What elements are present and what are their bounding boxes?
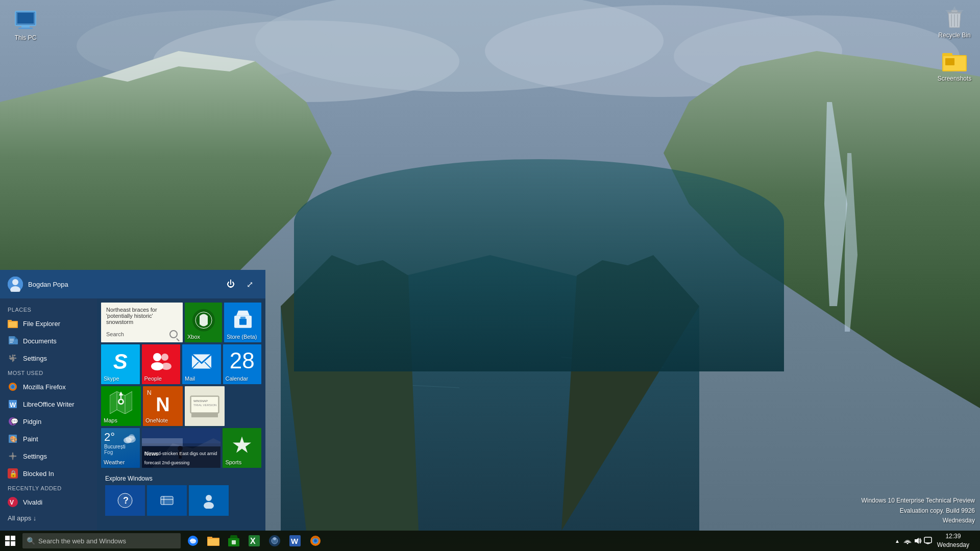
tiles-row-2: S Skype People	[101, 344, 261, 384]
menu-item-firefox[interactable]: Mozilla Firefox	[0, 378, 97, 395]
menu-item-file-explorer[interactable]: File Explorer	[0, 315, 97, 332]
settings2-icon	[8, 451, 18, 461]
menu-item-libreoffice[interactable]: W LibreOffice Writer	[0, 395, 97, 413]
expand-button[interactable]: ⤢	[241, 276, 258, 292]
clock-time: 12:39	[945, 532, 961, 541]
taskbar-app-steam[interactable]	[264, 531, 285, 551]
svg-rect-106	[232, 540, 236, 544]
menu-item-paint[interactable]: 🎨 Paint	[0, 430, 97, 447]
news-image-area: Blizzard-stricken East digs out amid for…	[142, 428, 221, 468]
explore-tiles: ?	[105, 485, 257, 516]
tiles-row-3: Maps N N OneNote W	[101, 386, 261, 426]
search-bar[interactable]: 🔍 Search the web and Windows	[22, 533, 181, 548]
menu-item-blockedin[interactable]: 🔒 Blocked In	[0, 465, 97, 482]
show-desktop-button[interactable]	[973, 531, 976, 551]
svg-point-117	[906, 543, 908, 544]
this-pc-label: This PC	[15, 34, 37, 41]
explore-tile-2[interactable]	[147, 485, 187, 516]
desktop: This PC Recycle Bin Screenshots	[0, 0, 980, 551]
svg-marker-118	[915, 538, 919, 544]
svg-rect-78	[191, 413, 218, 417]
calendar-label: Calendar	[226, 375, 259, 382]
svg-point-111	[273, 537, 276, 540]
svg-rect-59	[240, 317, 246, 319]
svg-rect-100	[11, 541, 15, 546]
people-logo	[150, 352, 172, 372]
clock[interactable]: 12:39 Wednesday	[933, 531, 973, 551]
svg-text:🔒: 🔒	[9, 469, 18, 478]
svg-text:WINSNAP: WINSNAP	[193, 399, 208, 403]
tiles-row-4: 2° București Fog Weather	[101, 428, 261, 468]
menu-item-vivaldi[interactable]: V Vivaldi	[0, 493, 97, 511]
maps-logo	[110, 391, 132, 416]
menu-item-documents[interactable]: Documents	[0, 332, 97, 349]
start-button[interactable]	[0, 531, 20, 551]
taskbar-app-firefox[interactable]	[305, 531, 326, 551]
desktop-icon-this-pc[interactable]: This PC	[3, 5, 48, 44]
tray-action-center[interactable]	[923, 531, 933, 551]
tile-sports[interactable]: Sports	[223, 428, 261, 468]
menu-item-settings[interactable]: Settings	[0, 349, 97, 367]
explore-tile-1[interactable]: ?	[105, 485, 145, 516]
taskbar-app-file-explorer[interactable]	[203, 531, 224, 551]
file-explorer-label: File Explorer	[23, 320, 60, 328]
clock-day: Wednesday	[937, 541, 969, 549]
tile-weather[interactable]: 2° București Fog Weather	[101, 428, 140, 468]
mail-logo	[191, 354, 212, 371]
header-buttons: ⏻ ⤢	[223, 276, 258, 292]
tile-skype[interactable]: S Skype	[101, 344, 140, 384]
taskbar-app-excel[interactable]: X	[244, 531, 264, 551]
explore-tile-3[interactable]	[189, 485, 229, 516]
svg-rect-119	[924, 537, 932, 543]
tile-maps[interactable]: Maps	[101, 386, 141, 426]
tile-search[interactable]: Northeast braces for 'potentially histor…	[101, 303, 183, 342]
tile-onenote[interactable]: N N OneNote	[143, 386, 183, 426]
user-area[interactable]: Bogdan Popa	[8, 277, 68, 292]
svg-text:X: X	[250, 537, 256, 545]
svg-text:?: ?	[123, 495, 129, 506]
pidgin-icon: 💬	[8, 416, 18, 427]
svg-point-62	[161, 354, 168, 361]
taskbar-app-word[interactable]: W	[285, 531, 305, 551]
tile-news[interactable]: Blizzard-stricken East digs out amid for…	[142, 428, 221, 468]
tile-store[interactable]: Store (Beta)	[224, 303, 261, 342]
firefox-label: Mozilla Firefox	[23, 383, 66, 391]
tile-people[interactable]: People	[142, 344, 181, 384]
svg-rect-98	[11, 536, 15, 540]
weather-condition: Fog	[104, 449, 126, 455]
watermark-line3: Wednesday	[861, 516, 975, 525]
tile-winsnap[interactable]: WINSNAP TRIAL VERSION	[185, 386, 225, 426]
tile-mail[interactable]: Mail	[182, 344, 221, 384]
svg-rect-35	[8, 320, 12, 322]
systray: ▲	[892, 531, 980, 551]
tray-chevron[interactable]: ▲	[892, 531, 902, 551]
mail-label: Mail	[185, 375, 218, 382]
onenote-label: OneNote	[145, 417, 180, 423]
svg-rect-92	[161, 496, 173, 505]
taskbar-app-edge[interactable]	[183, 531, 203, 551]
xbox-label: Xbox	[187, 334, 219, 340]
firefox-icon	[8, 382, 18, 392]
menu-item-settings2[interactable]: Settings	[0, 447, 97, 465]
taskbar-app-store[interactable]	[224, 531, 244, 551]
svg-rect-37	[9, 336, 15, 344]
tile-calendar[interactable]: 28 Calendar	[223, 344, 262, 384]
svg-text:V: V	[10, 499, 14, 506]
tile-xbox[interactable]: Xbox	[185, 303, 222, 342]
all-apps-button[interactable]: All apps ↓	[0, 511, 97, 525]
svg-point-116	[314, 539, 317, 542]
desktop-icon-screenshots[interactable]: Screenshots	[932, 46, 977, 85]
recycle-bin-label: Recycle Bin	[938, 32, 970, 39]
desktop-icon-recycle-bin[interactable]: Recycle Bin	[932, 3, 977, 41]
winsnap-content: WINSNAP TRIAL VERSION	[185, 386, 225, 426]
calendar-number: 28	[223, 349, 262, 372]
svg-rect-99	[5, 541, 10, 546]
tray-network[interactable]	[902, 531, 913, 551]
menu-item-pidgin[interactable]: 💬 Pidgin	[0, 413, 97, 430]
power-button[interactable]: ⏻	[223, 276, 239, 292]
paint-label: Paint	[23, 435, 38, 443]
weather-label: Weather	[104, 459, 137, 465]
blockedin-icon: 🔒	[8, 468, 18, 479]
tray-volume[interactable]	[913, 531, 923, 551]
search-tile-label: Search	[106, 331, 124, 337]
